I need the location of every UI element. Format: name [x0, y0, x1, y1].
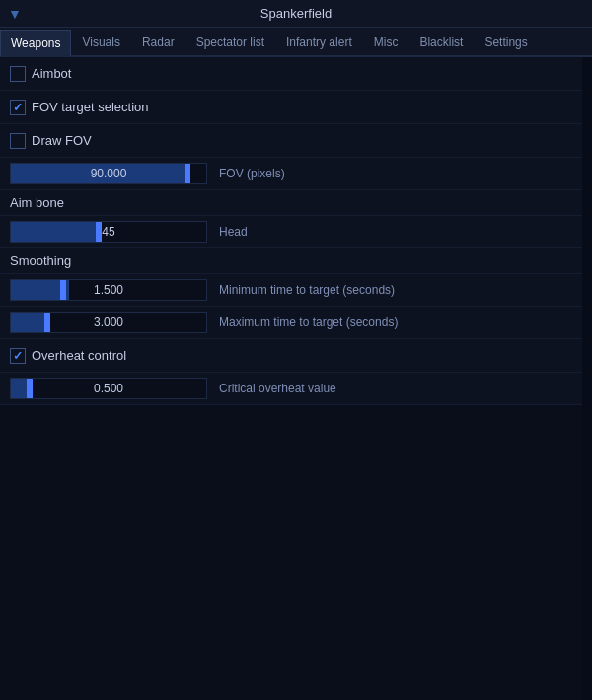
dropdown-arrow-icon[interactable]: ▼	[8, 6, 22, 22]
min-time-value: 1.500	[11, 283, 206, 297]
tab-visuals[interactable]: Visuals	[71, 28, 130, 55]
tab-blacklist[interactable]: Blacklist	[408, 28, 474, 55]
aimbot-checkbox-wrap[interactable]: Aimbot	[10, 66, 71, 82]
aim-bone-display-label: Head	[219, 225, 248, 239]
fov-target-selection-row: FOV target selection	[0, 91, 592, 124]
min-time-slider[interactable]: 1.500	[10, 279, 207, 301]
tab-settings[interactable]: Settings	[474, 28, 538, 55]
main-content: Aimbot FOV target selection Draw FOV 90.…	[0, 57, 592, 405]
tab-spectator-list[interactable]: Spectator list	[185, 28, 275, 55]
min-time-label: Minimum time to target (seconds)	[219, 283, 395, 297]
critical-overheat-slider[interactable]: 0.500	[10, 378, 207, 399]
aim-bone-value: 45	[11, 225, 206, 239]
aim-bone-row: 45 Head	[0, 216, 592, 248]
min-time-row: 1.500 Minimum time to target (seconds)	[0, 274, 592, 307]
max-time-slider[interactable]: 3.000	[10, 312, 207, 333]
max-time-label: Maximum time to target (seconds)	[219, 315, 398, 329]
tab-infantry-alert[interactable]: Infantry alert	[275, 28, 363, 55]
overheat-control-row: Overheat control	[0, 339, 592, 373]
draw-fov-checkbox[interactable]	[10, 133, 26, 149]
max-time-row: 3.000 Maximum time to target (seconds)	[0, 307, 592, 339]
tab-misc[interactable]: Misc	[363, 28, 409, 55]
tab-radar[interactable]: Radar	[131, 28, 185, 55]
scrollbar[interactable]	[582, 57, 592, 700]
aim-bone-slider[interactable]: 45	[10, 221, 207, 243]
critical-overheat-row: 0.500 Critical overheat value	[0, 373, 592, 405]
fov-pixels-slider[interactable]: 90.000	[10, 163, 207, 184]
max-time-value: 3.000	[11, 315, 206, 329]
fov-pixels-row: 90.000 FOV (pixels)	[0, 158, 592, 190]
overheat-checkbox-wrap[interactable]: Overheat control	[10, 348, 126, 364]
fov-pixels-label: FOV (pixels)	[219, 167, 285, 180]
fov-pixels-value: 90.000	[11, 167, 206, 180]
fov-target-checkbox[interactable]	[10, 100, 26, 115]
critical-overheat-label: Critical overheat value	[219, 382, 336, 395]
aimbot-checkbox[interactable]	[10, 66, 26, 82]
aimbot-label: Aimbot	[32, 66, 71, 81]
draw-fov-label: Draw FOV	[32, 133, 92, 148]
tab-bar: Weapons Visuals Radar Spectator list Inf…	[0, 28, 592, 57]
draw-fov-row: Draw FOV	[0, 124, 592, 158]
tab-weapons[interactable]: Weapons	[0, 30, 71, 57]
aim-bone-section: Aim bone	[0, 190, 592, 216]
fov-target-checkbox-wrap[interactable]: FOV target selection	[10, 100, 149, 115]
smoothing-section: Smoothing	[0, 248, 592, 274]
overheat-checkbox[interactable]	[10, 348, 26, 364]
aimbot-row: Aimbot	[0, 57, 592, 91]
draw-fov-checkbox-wrap[interactable]: Draw FOV	[10, 133, 92, 149]
overheat-label: Overheat control	[32, 348, 126, 363]
fov-target-label: FOV target selection	[32, 100, 149, 114]
window-title: Spankerfield	[260, 6, 332, 21]
title-bar: ▼ Spankerfield	[0, 0, 592, 28]
critical-overheat-value: 0.500	[11, 382, 206, 395]
